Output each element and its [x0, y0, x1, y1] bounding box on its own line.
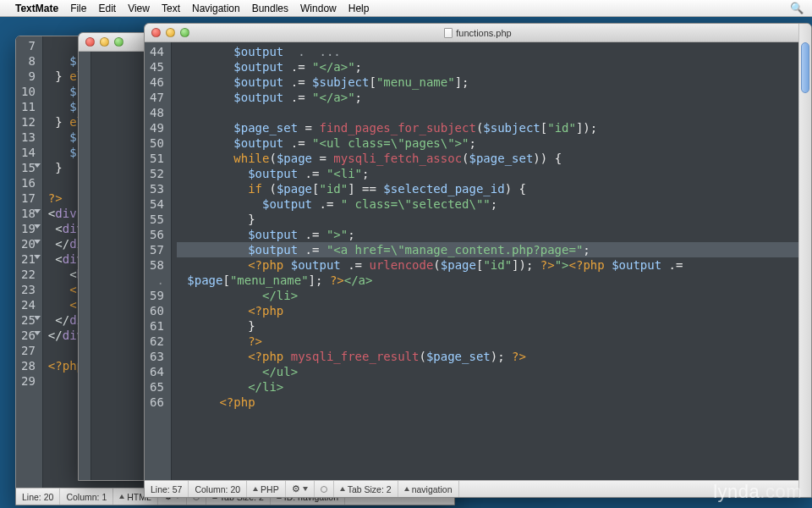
status-col: Column: 1 — [60, 489, 113, 505]
document-icon — [444, 28, 453, 38]
gear-icon: ⚙ — [292, 483, 300, 494]
minimize-icon[interactable] — [100, 37, 109, 47]
title-bar[interactable]: functions.php — [145, 24, 811, 42]
menu-help[interactable]: Help — [348, 3, 370, 14]
record-icon — [321, 486, 327, 493]
status-line: Line: 20 — [16, 489, 60, 505]
menu-text[interactable]: Text — [162, 3, 180, 14]
menu-bar: TextMate File Edit View Text Navigation … — [0, 0, 812, 17]
gutter: 444546474849505152535455565758.596061626… — [145, 42, 172, 480]
menu-bundles[interactable]: Bundles — [252, 3, 288, 14]
minimize-icon[interactable] — [166, 28, 175, 37]
menu-view[interactable]: View — [128, 3, 150, 14]
watermark: lynda.com — [713, 481, 802, 503]
close-icon[interactable] — [85, 37, 95, 47]
menu-window[interactable]: Window — [300, 3, 337, 14]
status-gear[interactable]: ⚙ — [286, 481, 315, 497]
status-col: Column: 20 — [189, 481, 247, 497]
zoom-icon[interactable] — [180, 28, 189, 37]
editor-window-front: functions.php 44454647484950515253545556… — [144, 23, 812, 498]
status-lang[interactable]: PHP — [247, 481, 286, 497]
window-title: functions.php — [456, 28, 511, 38]
status-scope[interactable]: navigation — [398, 481, 459, 497]
menu-file[interactable]: File — [70, 3, 86, 14]
status-line: Line: 57 — [145, 481, 189, 497]
code-area[interactable]: $output . ... $output .= "</a>"; $output… — [172, 42, 811, 480]
menu-edit[interactable]: Edit — [98, 3, 116, 14]
close-icon[interactable] — [151, 28, 161, 37]
gutter: 7891011121314151617181920212223242526272… — [16, 36, 43, 488]
editor-body[interactable]: 444546474849505152535455565758.596061626… — [145, 42, 811, 480]
app-name[interactable]: TextMate — [15, 3, 58, 14]
status-bar: Line: 57 Column: 20 PHP ⚙ Tab Size: 2 na… — [145, 480, 811, 497]
vertical-scrollbar[interactable] — [798, 42, 811, 480]
scroll-thumb[interactable] — [801, 42, 809, 93]
status-tab[interactable]: Tab Size: 2 — [334, 481, 398, 497]
menu-navigation[interactable]: Navigation — [192, 3, 240, 14]
status-record[interactable] — [315, 481, 334, 497]
spotlight-icon[interactable]: 🔍 — [790, 2, 804, 14]
zoom-icon[interactable] — [114, 37, 123, 47]
